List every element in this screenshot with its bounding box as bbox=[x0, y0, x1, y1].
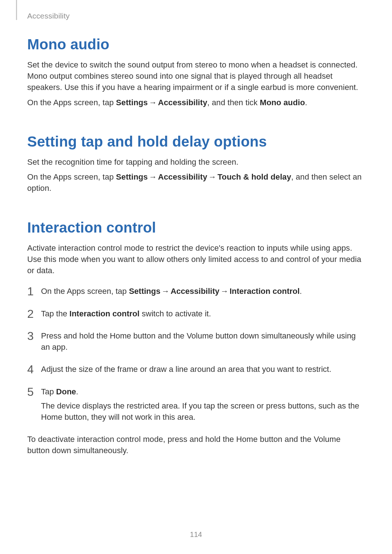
step-4: 4 Adjust the size of the frame or draw a… bbox=[27, 364, 365, 375]
mono-audio-path: On the Apps screen, tap Settings→Accessi… bbox=[27, 97, 365, 108]
interaction-control-label: Interaction control bbox=[229, 287, 299, 296]
settings-label: Settings bbox=[116, 98, 148, 107]
text: . bbox=[305, 98, 307, 107]
step-number: 2 bbox=[27, 306, 34, 322]
breadcrumb: Accessibility bbox=[27, 12, 70, 20]
delay-path: On the Apps screen, tap Settings→Accessi… bbox=[27, 171, 365, 194]
settings-label: Settings bbox=[116, 172, 148, 181]
arrow-icon: → bbox=[219, 286, 229, 297]
heading-interaction-control: Interaction control bbox=[27, 219, 365, 236]
step-2: 2 Tap the Interaction control switch to … bbox=[27, 308, 365, 319]
page: Accessibility Mono audio Set the device … bbox=[0, 0, 392, 554]
settings-label: Settings bbox=[129, 287, 160, 296]
header-divider bbox=[16, 0, 17, 20]
step-number: 3 bbox=[27, 328, 34, 344]
done-label: Done bbox=[56, 387, 76, 396]
arrow-icon: → bbox=[207, 171, 217, 182]
arrow-icon: → bbox=[148, 171, 158, 182]
step-number: 1 bbox=[27, 283, 34, 300]
mono-audio-label: Mono audio bbox=[260, 98, 305, 107]
mono-audio-description: Set the device to switch the sound outpu… bbox=[27, 59, 365, 93]
step-5: 5 Tap Done. The device displays the rest… bbox=[27, 386, 365, 423]
text: On the Apps screen, tap bbox=[27, 172, 116, 181]
delay-description: Set the recognition time for tapping and… bbox=[27, 156, 365, 168]
accessibility-label: Accessibility bbox=[158, 172, 207, 181]
interaction-outro: To deactivate interaction control mode, … bbox=[27, 434, 365, 456]
text: Tap the bbox=[41, 309, 69, 318]
step-5-subtext: The device displays the restricted area.… bbox=[41, 400, 365, 423]
text: Tap bbox=[41, 387, 56, 396]
heading-tap-hold-delay: Setting tap and hold delay options bbox=[27, 134, 365, 150]
steps-list: 1 On the Apps screen, tap Settings→Acces… bbox=[27, 286, 365, 423]
text: Adjust the size of the frame or draw a l… bbox=[41, 365, 331, 374]
accessibility-label: Accessibility bbox=[171, 287, 220, 296]
step-1: 1 On the Apps screen, tap Settings→Acces… bbox=[27, 286, 365, 297]
page-number: 114 bbox=[0, 530, 392, 539]
page-content: Mono audio Set the device to switch the … bbox=[27, 36, 365, 456]
step-number: 5 bbox=[27, 384, 34, 400]
arrow-icon: → bbox=[148, 97, 158, 108]
heading-mono-audio: Mono audio bbox=[27, 36, 365, 53]
text: . bbox=[76, 387, 78, 396]
text: On the Apps screen, tap bbox=[41, 287, 129, 296]
step-number: 4 bbox=[27, 361, 34, 378]
text: Press and hold the Home button and the V… bbox=[41, 331, 356, 352]
touch-hold-delay-label: Touch & hold delay bbox=[217, 172, 291, 181]
text: switch to activate it. bbox=[139, 309, 211, 318]
text: . bbox=[300, 287, 302, 296]
text: On the Apps screen, tap bbox=[27, 98, 116, 107]
interaction-intro: Activate interaction control mode to res… bbox=[27, 242, 365, 276]
accessibility-label: Accessibility bbox=[158, 98, 207, 107]
step-3: 3 Press and hold the Home button and the… bbox=[27, 330, 365, 353]
text: , and then tick bbox=[207, 98, 260, 107]
interaction-control-label: Interaction control bbox=[69, 309, 139, 318]
arrow-icon: → bbox=[160, 286, 171, 297]
